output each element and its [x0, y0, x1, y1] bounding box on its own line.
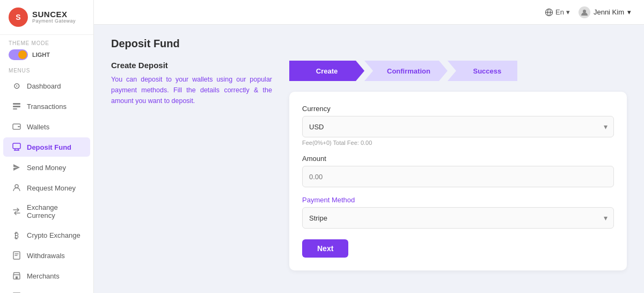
currency-label: Currency — [302, 105, 614, 113]
payment-method-select-wrapper: Stripe PayPal Bank Transfer — [302, 207, 614, 229]
svg-rect-2 — [13, 103, 20, 105]
language-selector[interactable]: En ▾ — [545, 8, 570, 17]
sidebar-item-label: Crypto Exchange — [27, 231, 80, 239]
svg-rect-6 — [18, 126, 20, 127]
topbar: En ▾ Jenni Kim ▾ — [94, 0, 644, 25]
deposit-fund-icon — [12, 142, 21, 152]
theme-section: THEME MODE LIGHT — [0, 35, 93, 63]
language-chevron: ▾ — [566, 8, 570, 16]
currency-group: Currency USD EUR GBP BTC Fee(0%+0) Total… — [302, 105, 614, 146]
request-money-icon — [12, 183, 21, 193]
language-text: En — [555, 8, 564, 16]
left-panel: Create Deposit You can deposit to your w… — [111, 61, 272, 106]
sidebar-item-label: Withdrawals — [27, 252, 65, 260]
payment-method-group: Payment Method Stripe PayPal Bank Transf… — [302, 196, 614, 229]
svg-rect-7 — [13, 143, 20, 149]
merchants-icon — [12, 271, 21, 281]
deposit-form-card: Currency USD EUR GBP BTC Fee(0%+0) Total… — [289, 92, 627, 270]
theme-toggle[interactable] — [9, 49, 28, 60]
sidebar-item-label: Merchants — [27, 272, 60, 280]
sidebar-item-disputes[interactable]: Disputes — [3, 287, 90, 293]
nav-items: ⊙ Dashboard Transactions Wallets Deposit… — [0, 76, 93, 293]
sidebar-item-label: Send Money — [27, 164, 66, 172]
user-chevron: ▾ — [627, 8, 631, 16]
sidebar-item-exchange-currency[interactable]: Exchange Currency — [3, 199, 90, 224]
sidebar-item-dashboard[interactable]: ⊙ Dashboard — [3, 76, 90, 96]
next-button[interactable]: Next — [302, 239, 348, 258]
amount-input[interactable] — [302, 166, 614, 187]
page-title: Deposit Fund — [111, 38, 627, 50]
step-create-label: Create — [316, 67, 338, 75]
dashboard-icon: ⊙ — [12, 81, 21, 91]
amount-group: Amount — [302, 155, 614, 187]
wallets-icon — [12, 122, 21, 131]
transactions-icon — [12, 101, 21, 111]
svg-text:S: S — [16, 13, 20, 21]
sidebar-item-crypto-exchange[interactable]: ₿ Crypto Exchange — [3, 225, 90, 245]
sidebar-item-wallets[interactable]: Wallets — [3, 117, 90, 136]
send-money-icon — [12, 163, 21, 172]
amount-label: Amount — [302, 155, 614, 163]
create-deposit-title: Create Deposit — [111, 61, 272, 70]
svg-point-8 — [15, 185, 18, 188]
menus-label: MENUS — [0, 63, 93, 76]
create-deposit-desc: You can deposit to your wallets using ou… — [111, 74, 272, 106]
sidebar-item-transactions[interactable]: Transactions — [3, 97, 90, 116]
theme-label: THEME MODE — [9, 40, 85, 46]
sidebar-item-label: Deposit Fund — [27, 143, 71, 151]
sidebar-item-deposit-fund[interactable]: Deposit Fund — [3, 137, 90, 157]
sidebar-item-label: Transactions — [27, 102, 67, 111]
sidebar-item-withdrawals[interactable]: Withdrawals — [3, 246, 90, 265]
currency-select-wrapper: USD EUR GBP BTC — [302, 116, 614, 137]
currency-select[interactable]: USD EUR GBP BTC — [302, 116, 614, 137]
content-grid: Create Deposit You can deposit to your w… — [111, 61, 627, 270]
user-avatar-icon — [579, 6, 590, 18]
sidebar-item-send-money[interactable]: Send Money — [3, 158, 90, 177]
theme-mode-text: LIGHT — [32, 52, 50, 58]
stepper: Create Confirmation Success — [289, 61, 627, 81]
sidebar-item-request-money[interactable]: Request Money — [3, 178, 90, 197]
sidebar-item-label: Exchange Currency — [27, 203, 82, 219]
globe-icon — [545, 8, 553, 17]
svg-rect-4 — [13, 108, 17, 109]
sidebar-item-label: Request Money — [27, 184, 76, 192]
sidebar-item-label: Dashboard — [27, 82, 61, 90]
step-success: Success — [448, 61, 517, 81]
step-confirmation: Confirmation — [364, 61, 448, 81]
main-content: En ▾ Jenni Kim ▾ Deposit Fund Create Dep… — [94, 0, 644, 293]
step-success-label: Success — [473, 67, 502, 75]
withdrawals-icon — [12, 251, 21, 260]
logo-main-text: SUNCEX — [32, 10, 76, 19]
logo-icon: S — [9, 8, 28, 27]
sidebar: S SUNCEX Payment Gateway THEME MODE LIGH… — [0, 0, 94, 293]
svg-rect-3 — [13, 106, 20, 107]
user-name: Jenni Kim — [594, 8, 624, 16]
sidebar-item-merchants[interactable]: Merchants — [3, 266, 90, 285]
step-create: Create — [289, 61, 364, 81]
payment-method-select[interactable]: Stripe PayPal Bank Transfer — [302, 207, 614, 229]
payment-label-text: Payment — [302, 196, 330, 204]
right-panel: Create Confirmation Success Currency — [289, 61, 627, 270]
exchange-currency-icon — [12, 207, 21, 216]
crypto-exchange-icon: ₿ — [12, 230, 21, 240]
svg-rect-11 — [16, 276, 18, 279]
toggle-thumb — [18, 50, 27, 59]
sidebar-item-label: Wallets — [27, 123, 49, 131]
step-confirmation-label: Confirmation — [387, 67, 430, 75]
payment-method-label: Payment Method — [302, 196, 614, 204]
logo-sub-text: Payment Gateway — [32, 19, 76, 24]
user-menu[interactable]: Jenni Kim ▾ — [579, 6, 631, 18]
page-content: Deposit Fund Create Deposit You can depo… — [94, 25, 644, 293]
payment-highlight-text: Method — [332, 196, 355, 204]
fee-text: Fee(0%+0) Total Fee: 0.00 — [302, 140, 614, 146]
logo: S SUNCEX Payment Gateway — [0, 0, 93, 35]
